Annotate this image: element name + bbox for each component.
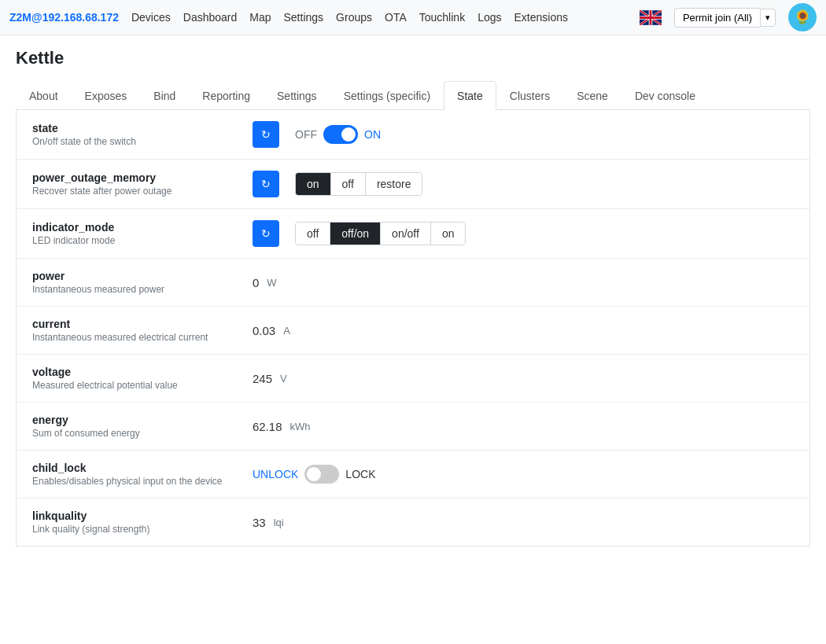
tab-clusters[interactable]: Clusters	[496, 81, 563, 110]
feature-desc-current: Instantaneous measured electrical curren…	[32, 332, 237, 343]
current-value: 0.03	[253, 324, 275, 337]
tab-bind[interactable]: Bind	[140, 81, 189, 110]
feature-row-state: state On/off state of the switch ↻ OFF O…	[17, 110, 809, 160]
refresh-icon: ↻	[261, 128, 271, 141]
feature-name-indicator-mode: indicator_mode	[32, 221, 237, 234]
navbar-link-dashboard[interactable]: Dashboard	[183, 11, 238, 24]
feature-row-voltage: voltage Measured electrical potential va…	[17, 355, 809, 403]
linkquality-unit: lqi	[274, 517, 284, 528]
refresh-icon: ↻	[261, 178, 271, 190]
feature-control-child-lock: UNLOCK LOCK	[253, 465, 375, 484]
toggle-slider-state[interactable]	[323, 125, 358, 144]
state-label-off: OFF	[295, 128, 317, 141]
indicator-option-on[interactable]: on	[431, 223, 466, 245]
feature-name-energy: energy	[32, 414, 237, 426]
language-flag-icon[interactable]	[640, 10, 662, 25]
tab-settings-specific[interactable]: Settings (specific)	[330, 81, 444, 110]
feature-label-group-state: state On/off state of the switch	[32, 122, 237, 147]
feature-desc-state: On/off state of the switch	[32, 136, 237, 147]
navbar-link-map[interactable]: Map	[249, 11, 271, 24]
navbar-link-settings[interactable]: Settings	[284, 11, 324, 24]
feature-row-power: power Instantaneous measured power 0 W	[17, 259, 809, 307]
refresh-button-state[interactable]: ↻	[253, 121, 279, 148]
permit-join-button[interactable]: Permit join (All)	[674, 8, 760, 28]
feature-label-group-linkquality: linkquality Link quality (signal strengt…	[32, 510, 237, 535]
permit-join-dropdown-arrow[interactable]: ▾	[760, 9, 776, 27]
sunflower-icon: 🌻	[794, 9, 811, 26]
linkquality-value: 33	[253, 516, 266, 529]
feature-control-current: 0.03 A	[253, 324, 290, 337]
navbar-link-logs[interactable]: Logs	[478, 11, 501, 24]
permit-join-wrapper: Permit join (All) ▾	[674, 8, 776, 28]
feature-name-voltage: voltage	[32, 366, 237, 378]
feature-name-power-outage-memory: power_outage_memory	[32, 171, 237, 184]
feature-control-state: OFF ON	[295, 125, 381, 144]
tab-scene[interactable]: Scene	[563, 81, 621, 110]
power-value: 0	[253, 276, 259, 289]
power-outage-option-off[interactable]: off	[331, 173, 366, 195]
child-lock-label-lock: LOCK	[345, 468, 375, 480]
feature-control-power-outage-memory: on off restore	[295, 172, 422, 196]
settings-icon-button[interactable]: 🌻	[788, 3, 817, 31]
feature-label-group-voltage: voltage Measured electrical potential va…	[32, 366, 237, 391]
tab-about[interactable]: About	[16, 81, 72, 110]
feature-row-indicator-mode: indicator_mode LED indicator mode ↻ off …	[17, 209, 809, 259]
feature-control-energy: 62.18 kWh	[253, 420, 311, 433]
tab-dev-console[interactable]: Dev console	[621, 81, 709, 110]
feature-desc-voltage: Measured electrical potential value	[32, 380, 237, 391]
feature-control-voltage: 245 V	[253, 372, 287, 385]
indicator-option-on-off[interactable]: on/off	[381, 223, 431, 245]
toggle-slider-child-lock[interactable]	[304, 465, 339, 484]
navbar-link-extensions[interactable]: Extensions	[514, 11, 568, 24]
feature-desc-child-lock: Enables/disables physical input on the d…	[32, 476, 237, 487]
child-lock-label-unlock: UNLOCK	[253, 468, 298, 480]
indicator-option-off-on[interactable]: off/on	[330, 223, 381, 245]
feature-desc-energy: Sum of consumed energy	[32, 428, 237, 439]
feature-control-indicator-mode: off off/on on/off on	[295, 222, 466, 245]
feature-desc-power: Instantaneous measured power	[32, 284, 237, 295]
feature-desc-indicator-mode: LED indicator mode	[32, 235, 237, 246]
feature-label-group-child-lock: child_lock Enables/disables physical inp…	[32, 462, 237, 487]
indicator-option-off[interactable]: off	[296, 223, 330, 245]
navbar-brand[interactable]: Z2M@192.168.68.172	[9, 11, 119, 24]
power-outage-option-on[interactable]: on	[296, 173, 331, 195]
tab-state[interactable]: State	[444, 81, 496, 110]
feature-desc-linkquality: Link quality (signal strength)	[32, 524, 237, 535]
main-content: state On/off state of the switch ↻ OFF O…	[16, 110, 810, 546]
tab-reporting[interactable]: Reporting	[189, 81, 264, 110]
tab-exposes[interactable]: Exposes	[72, 81, 141, 110]
navbar-link-groups[interactable]: Groups	[336, 11, 372, 24]
energy-value: 62.18	[253, 420, 282, 433]
feature-row-power-outage-memory: power_outage_memory Recover state after …	[17, 160, 809, 209]
refresh-button-power-outage-memory[interactable]: ↻	[253, 171, 279, 197]
feature-row-current: current Instantaneous measured electrica…	[17, 307, 809, 355]
power-outage-option-restore[interactable]: restore	[366, 173, 422, 195]
refresh-button-indicator-mode[interactable]: ↻	[253, 220, 279, 247]
navbar: Z2M@192.168.68.172 Devices Dashboard Map…	[0, 0, 826, 35]
tab-settings[interactable]: Settings	[264, 81, 330, 110]
feature-label-group-power-outage-memory: power_outage_memory Recover state after …	[32, 171, 237, 197]
voltage-unit: V	[280, 373, 287, 385]
child-lock-toggle[interactable]	[304, 465, 339, 484]
feature-name-current: current	[32, 318, 237, 330]
state-toggle[interactable]	[323, 125, 358, 144]
feature-name-child-lock: child_lock	[32, 462, 237, 474]
feature-control-linkquality: 33 lqi	[253, 516, 284, 529]
navbar-link-ota[interactable]: OTA	[385, 11, 407, 24]
feature-name-state: state	[32, 122, 237, 134]
feature-label-group-indicator-mode: indicator_mode LED indicator mode	[32, 221, 237, 246]
feature-label-group-energy: energy Sum of consumed energy	[32, 414, 237, 439]
tabs-bar: About Exposes Bind Reporting Settings Se…	[16, 81, 810, 110]
feature-desc-power-outage-memory: Recover state after power outage	[32, 186, 237, 197]
feature-row-child-lock: child_lock Enables/disables physical inp…	[17, 451, 809, 499]
indicator-mode-btn-group: off off/on on/off on	[295, 222, 466, 245]
navbar-link-touchlink[interactable]: Touchlink	[419, 11, 465, 24]
state-label-on: ON	[364, 128, 381, 141]
navbar-link-devices[interactable]: Devices	[131, 11, 171, 24]
feature-row-linkquality: linkquality Link quality (signal strengt…	[17, 499, 809, 546]
voltage-value: 245	[253, 372, 272, 385]
feature-label-group-current: current Instantaneous measured electrica…	[32, 318, 237, 343]
feature-row-energy: energy Sum of consumed energy 62.18 kWh	[17, 403, 809, 451]
feature-control-power: 0 W	[253, 276, 277, 289]
energy-unit: kWh	[290, 421, 311, 432]
